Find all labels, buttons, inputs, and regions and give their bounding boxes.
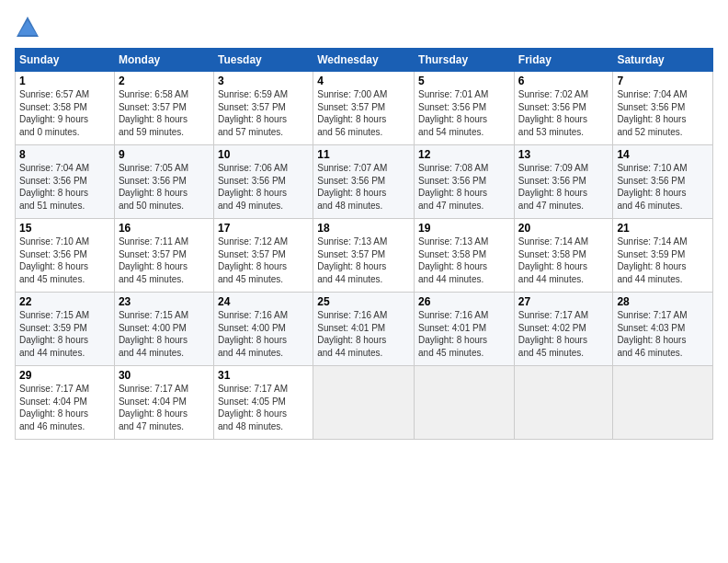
day-info: Sunrise: 7:17 AM Sunset: 4:04 PM Dayligh… (119, 383, 210, 432)
day-number: 20 (518, 222, 609, 235)
day-cell: 8Sunrise: 7:04 AM Sunset: 3:56 PM Daylig… (16, 145, 115, 219)
day-cell (415, 366, 515, 440)
day-info: Sunrise: 7:14 AM Sunset: 3:58 PM Dayligh… (518, 236, 609, 285)
day-number: 25 (317, 295, 410, 308)
day-number: 13 (518, 148, 609, 161)
day-info: Sunrise: 7:17 AM Sunset: 4:04 PM Dayligh… (19, 383, 110, 432)
day-cell: 14Sunrise: 7:10 AM Sunset: 3:56 PM Dayli… (613, 145, 713, 219)
day-cell: 13Sunrise: 7:09 AM Sunset: 3:56 PM Dayli… (514, 145, 613, 219)
day-header-thursday: Thursday (415, 49, 515, 72)
day-header-tuesday: Tuesday (213, 49, 313, 72)
day-info: Sunrise: 7:15 AM Sunset: 4:00 PM Dayligh… (119, 309, 210, 359)
day-cell: 26Sunrise: 7:16 AM Sunset: 4:01 PM Dayli… (415, 293, 515, 366)
day-number: 23 (119, 295, 210, 308)
day-number: 6 (518, 75, 609, 87)
day-cell (613, 366, 713, 440)
day-cell: 27Sunrise: 7:17 AM Sunset: 4:02 PM Dayli… (514, 293, 613, 366)
header-row: SundayMondayTuesdayWednesdayThursdayFrid… (16, 49, 713, 72)
day-cell: 12Sunrise: 7:08 AM Sunset: 3:56 PM Dayli… (415, 145, 515, 219)
day-cell: 23Sunrise: 7:15 AM Sunset: 4:00 PM Dayli… (114, 293, 213, 366)
week-row-4: 22Sunrise: 7:15 AM Sunset: 3:59 PM Dayli… (16, 293, 713, 366)
day-cell: 5Sunrise: 7:01 AM Sunset: 3:56 PM Daylig… (415, 72, 515, 145)
day-cell: 31Sunrise: 7:17 AM Sunset: 4:05 PM Dayli… (213, 366, 313, 440)
day-info: Sunrise: 7:15 AM Sunset: 3:59 PM Dayligh… (19, 309, 110, 359)
calendar-container: SundayMondayTuesdayWednesdayThursdayFrid… (0, 0, 728, 563)
day-cell: 4Sunrise: 7:00 AM Sunset: 3:57 PM Daylig… (313, 72, 415, 145)
day-info: Sunrise: 6:59 AM Sunset: 3:57 PM Dayligh… (218, 88, 309, 138)
day-cell: 2Sunrise: 6:58 AM Sunset: 3:57 PM Daylig… (114, 72, 213, 145)
day-number: 21 (617, 222, 709, 235)
day-number: 5 (418, 75, 510, 87)
week-row-1: 1Sunrise: 6:57 AM Sunset: 3:58 PM Daylig… (16, 72, 713, 145)
day-cell: 20Sunrise: 7:14 AM Sunset: 3:58 PM Dayli… (514, 219, 613, 293)
day-info: Sunrise: 7:01 AM Sunset: 3:56 PM Dayligh… (418, 88, 510, 138)
day-info: Sunrise: 7:08 AM Sunset: 3:56 PM Dayligh… (418, 162, 510, 212)
day-number: 1 (19, 75, 110, 87)
day-info: Sunrise: 7:00 AM Sunset: 3:57 PM Dayligh… (317, 88, 410, 138)
day-cell: 17Sunrise: 7:12 AM Sunset: 3:57 PM Dayli… (213, 219, 313, 293)
day-cell (313, 366, 415, 440)
day-number: 2 (119, 75, 210, 87)
day-info: Sunrise: 7:11 AM Sunset: 3:57 PM Dayligh… (119, 236, 210, 285)
day-number: 29 (19, 369, 110, 382)
day-number: 9 (119, 148, 210, 161)
day-number: 27 (518, 295, 609, 308)
day-cell (514, 366, 613, 440)
day-number: 31 (218, 369, 309, 382)
day-number: 18 (317, 222, 410, 235)
day-info: Sunrise: 7:12 AM Sunset: 3:57 PM Dayligh… (218, 236, 309, 285)
day-number: 10 (218, 148, 309, 161)
day-info: Sunrise: 7:10 AM Sunset: 3:56 PM Dayligh… (19, 236, 110, 285)
calendar-header: SundayMondayTuesdayWednesdayThursdayFrid… (16, 49, 713, 72)
day-cell: 16Sunrise: 7:11 AM Sunset: 3:57 PM Dayli… (114, 219, 213, 293)
day-info: Sunrise: 7:16 AM Sunset: 4:00 PM Dayligh… (218, 309, 309, 359)
day-cell: 22Sunrise: 7:15 AM Sunset: 3:59 PM Dayli… (16, 293, 115, 366)
logo (15, 15, 44, 40)
day-number: 22 (19, 295, 110, 308)
day-info: Sunrise: 7:13 AM Sunset: 3:58 PM Dayligh… (418, 236, 510, 285)
day-number: 30 (119, 369, 210, 382)
day-info: Sunrise: 7:14 AM Sunset: 3:59 PM Dayligh… (617, 236, 709, 285)
day-number: 4 (317, 75, 410, 87)
day-number: 3 (218, 75, 309, 87)
day-cell: 18Sunrise: 7:13 AM Sunset: 3:57 PM Dayli… (313, 219, 415, 293)
day-cell: 11Sunrise: 7:07 AM Sunset: 3:56 PM Dayli… (313, 145, 415, 219)
day-info: Sunrise: 7:07 AM Sunset: 3:56 PM Dayligh… (317, 162, 410, 212)
day-number: 12 (418, 148, 510, 161)
day-info: Sunrise: 7:09 AM Sunset: 3:56 PM Dayligh… (518, 162, 609, 212)
calendar-table: SundayMondayTuesdayWednesdayThursdayFrid… (15, 48, 713, 440)
svg-marker-1 (18, 20, 37, 35)
day-header-saturday: Saturday (613, 49, 713, 72)
day-cell: 21Sunrise: 7:14 AM Sunset: 3:59 PM Dayli… (613, 219, 713, 293)
day-info: Sunrise: 7:16 AM Sunset: 4:01 PM Dayligh… (418, 309, 510, 359)
day-number: 7 (617, 75, 709, 87)
day-header-sunday: Sunday (16, 49, 115, 72)
day-info: Sunrise: 7:17 AM Sunset: 4:03 PM Dayligh… (617, 309, 709, 359)
day-header-monday: Monday (114, 49, 213, 72)
day-cell: 19Sunrise: 7:13 AM Sunset: 3:58 PM Dayli… (415, 219, 515, 293)
day-info: Sunrise: 7:05 AM Sunset: 3:56 PM Dayligh… (119, 162, 210, 212)
day-info: Sunrise: 7:16 AM Sunset: 4:01 PM Dayligh… (317, 309, 410, 359)
day-cell: 24Sunrise: 7:16 AM Sunset: 4:00 PM Dayli… (213, 293, 313, 366)
day-number: 24 (218, 295, 309, 308)
day-info: Sunrise: 7:13 AM Sunset: 3:57 PM Dayligh… (317, 236, 410, 285)
day-cell: 28Sunrise: 7:17 AM Sunset: 4:03 PM Dayli… (613, 293, 713, 366)
day-cell: 6Sunrise: 7:02 AM Sunset: 3:56 PM Daylig… (514, 72, 613, 145)
day-info: Sunrise: 7:02 AM Sunset: 3:56 PM Dayligh… (518, 88, 609, 138)
day-cell: 1Sunrise: 6:57 AM Sunset: 3:58 PM Daylig… (16, 72, 115, 145)
day-cell: 30Sunrise: 7:17 AM Sunset: 4:04 PM Dayli… (114, 366, 213, 440)
day-cell: 10Sunrise: 7:06 AM Sunset: 3:56 PM Dayli… (213, 145, 313, 219)
day-info: Sunrise: 7:06 AM Sunset: 3:56 PM Dayligh… (218, 162, 309, 212)
day-info: Sunrise: 7:04 AM Sunset: 3:56 PM Dayligh… (617, 88, 709, 138)
day-number: 14 (617, 148, 709, 161)
day-number: 28 (617, 295, 709, 308)
day-info: Sunrise: 7:04 AM Sunset: 3:56 PM Dayligh… (19, 162, 110, 212)
day-cell: 25Sunrise: 7:16 AM Sunset: 4:01 PM Dayli… (313, 293, 415, 366)
day-info: Sunrise: 7:10 AM Sunset: 3:56 PM Dayligh… (617, 162, 709, 212)
day-cell: 9Sunrise: 7:05 AM Sunset: 3:56 PM Daylig… (114, 145, 213, 219)
day-number: 19 (418, 222, 510, 235)
day-info: Sunrise: 7:17 AM Sunset: 4:02 PM Dayligh… (518, 309, 609, 359)
calendar-body: 1Sunrise: 6:57 AM Sunset: 3:58 PM Daylig… (16, 72, 713, 440)
day-number: 11 (317, 148, 410, 161)
day-info: Sunrise: 7:17 AM Sunset: 4:05 PM Dayligh… (218, 383, 309, 432)
